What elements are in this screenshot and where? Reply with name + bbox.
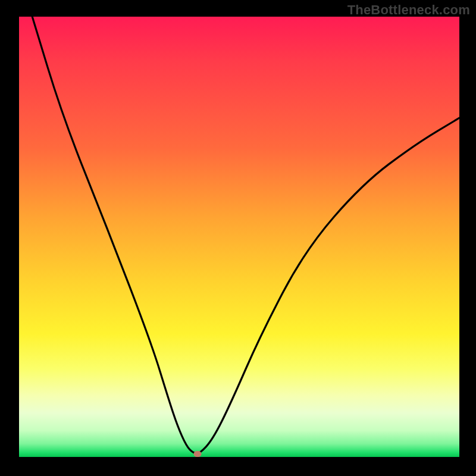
bottleneck-curve bbox=[19, 17, 459, 457]
watermark-text: TheBottleneck.com bbox=[347, 2, 470, 18]
minimum-marker bbox=[193, 451, 201, 457]
chart-frame: TheBottleneck.com bbox=[0, 0, 476, 476]
plot-area bbox=[19, 17, 459, 457]
